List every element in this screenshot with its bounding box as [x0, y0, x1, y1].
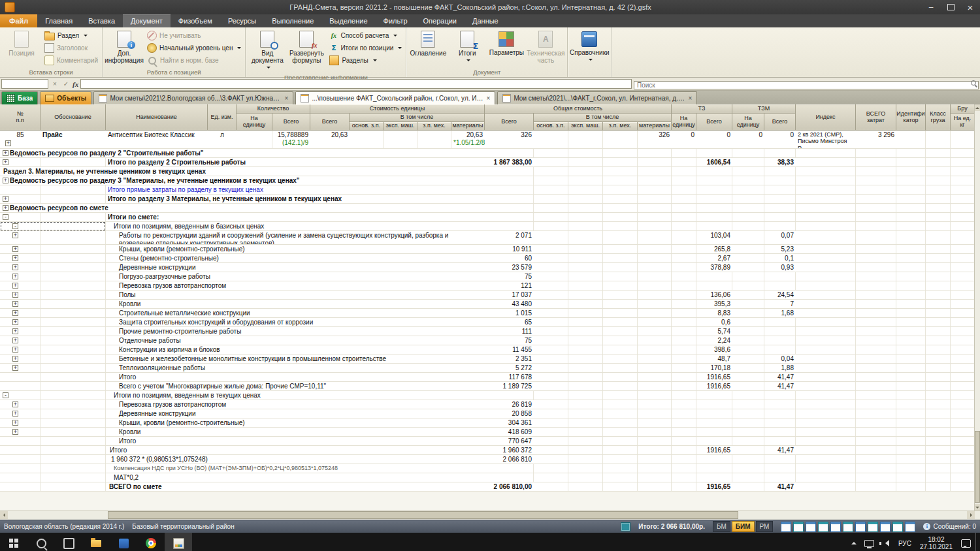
cell[interactable]: Стены (ремонтно-строительные)	[106, 254, 485, 262]
scroll-left-icon[interactable]	[0, 511, 8, 519]
cell[interactable]: 75	[485, 336, 534, 345]
collapse-icon[interactable]: -	[3, 214, 8, 220]
expand-icon[interactable]: +	[12, 319, 18, 325]
cell[interactable]: ВСЕГО по смете	[106, 482, 485, 491]
cell[interactable]: Погрузо-разгрузочные работы	[106, 272, 485, 281]
section-button[interactable]: Раздел	[44, 31, 99, 40]
statusbar-tool-icon[interactable]	[855, 522, 866, 532]
cell[interactable]: Итого прямые затраты по разделу в текущи…	[106, 185, 485, 194]
sections-button[interactable]: Разделы	[329, 55, 402, 65]
table-row[interactable]: Кровли43 480395,37+	[0, 300, 975, 309]
language-indicator[interactable]: РУС	[895, 533, 915, 551]
table-row[interactable]: Деревянные конструкции23 579378,890,93+	[0, 263, 975, 272]
cell[interactable]: 15,788889(142.1)/9	[272, 131, 310, 148]
cell[interactable]: Компенсация НДС при УСНо (ВО) (МАТ+(ЭМ-З…	[106, 464, 485, 473]
cell[interactable]: 1,88	[764, 364, 796, 372]
close-tab-icon[interactable]: ×	[689, 95, 693, 102]
menu-tab-phys-volume[interactable]: Физобъем	[171, 14, 220, 27]
table-row[interactable]: Итоги по позициям, введенным в базисных …	[0, 222, 975, 231]
table-row[interactable]: Работы по реконструкции зданий и сооруже…	[0, 231, 975, 245]
cell[interactable]: л	[208, 131, 237, 148]
expand-icon[interactable]: +	[12, 301, 18, 307]
cell[interactable]: 65	[485, 318, 534, 326]
table-row[interactable]: Ведомость ресурсов по смете+	[0, 204, 975, 213]
file-explorer-button[interactable]	[82, 533, 110, 551]
cell[interactable]: Итоги по позициям, введенным в базисных …	[106, 222, 485, 230]
vertical-scrollbar[interactable]	[974, 104, 980, 511]
cell[interactable]: 111	[485, 327, 534, 336]
mode-button-рм[interactable]: РМ	[756, 521, 774, 532]
cell[interactable]: 378,89	[696, 263, 732, 272]
table-row[interactable]: Итого770 647	[0, 437, 975, 446]
table-row[interactable]: Отделочные работы752,24+	[0, 336, 975, 345]
cell[interactable]: Итого	[106, 373, 485, 381]
expand-icon[interactable]: +	[12, 365, 18, 371]
cancel-entry-icon[interactable]: ×	[50, 80, 59, 87]
scroll-right-icon[interactable]	[967, 511, 975, 519]
document-tab-doc3[interactable]: Мои сметы\2021\...\ФАКТ_г.Сокол, ул. Инт…	[497, 91, 697, 104]
mode-button-бм[interactable]: БМ	[713, 521, 730, 532]
expand-icon[interactable]: +	[12, 264, 18, 270]
cell[interactable]: Деревянные конструкции	[106, 409, 485, 418]
horizontal-scroll-thumb[interactable]	[108, 511, 738, 519]
cell[interactable]: 0,07	[764, 231, 796, 244]
cell[interactable]: Кровли	[106, 300, 485, 308]
cell[interactable]: 1916,65	[696, 382, 732, 390]
cell[interactable]: Перевозка грузов автотранспортом	[106, 400, 485, 409]
cell[interactable]: 1916,65	[696, 482, 732, 491]
cell[interactable]: 11 455	[485, 345, 534, 354]
cell[interactable]: Итого	[106, 437, 485, 445]
doc-view-button[interactable]: Вид документа	[248, 28, 287, 73]
tray-expand-icon[interactable]	[848, 533, 860, 551]
menu-tab-insert[interactable]: Вставка	[80, 14, 123, 27]
cell[interactable]: 136,06	[696, 291, 732, 299]
cell[interactable]: Ведомость ресурсов по смете	[0, 204, 485, 212]
cell[interactable]: МАТ*0,2	[106, 473, 485, 482]
statusbar-tool-icon[interactable]	[905, 522, 915, 532]
table-row[interactable]: ВСЕГО по смете2 066 810,001916,6541,47	[0, 482, 975, 492]
table-row[interactable]: Кровли418 609+	[0, 428, 975, 437]
expand-icon[interactable]: +	[12, 246, 18, 252]
document-tab-doc2[interactable]: ...\повышение ФАКТ_Сокольский район, г.С…	[295, 91, 495, 104]
cell[interactable]: 418 609	[485, 428, 534, 436]
cell[interactable]: 60	[485, 254, 534, 262]
cell[interactable]: 48,7	[696, 354, 732, 363]
cell[interactable]: 0	[764, 131, 796, 148]
statusbar-tool-icon[interactable]	[843, 522, 853, 532]
cell[interactable]: Крыши, кровли (ремонтно-строительные)	[106, 245, 485, 253]
expand-icon[interactable]: +	[12, 310, 18, 316]
cell[interactable]: Кровли	[106, 428, 485, 436]
statusbar-tool-icon[interactable]	[830, 522, 841, 532]
document-tab-objects[interactable]: Объекты	[40, 91, 91, 104]
cell[interactable]: Работы по реконструкции зданий и сооруже…	[106, 231, 485, 244]
cell[interactable]: 2 066 810	[485, 455, 534, 464]
cell[interactable]: 2,24	[696, 336, 732, 345]
cell[interactable]: 41,47	[764, 446, 796, 454]
cell-name-box[interactable]	[1, 79, 48, 89]
position-totals-button[interactable]: Итоги по позиции	[329, 43, 402, 53]
cell[interactable]: 1 960 372 * (0,980513*1,075248)	[106, 455, 485, 464]
statusbar-tool-icon[interactable]	[892, 522, 903, 532]
mode-button-бим[interactable]: БИМ	[732, 521, 755, 532]
tech-part-button[interactable]: Техническая часть	[526, 28, 565, 67]
cell[interactable]: 17 037	[485, 291, 534, 299]
cell[interactable]: 326	[638, 131, 672, 148]
initial-price-level-button[interactable]: Начальный уровень цен	[146, 43, 242, 53]
cell[interactable]: Прайс	[41, 131, 106, 148]
cell[interactable]: 10 911	[485, 245, 534, 253]
expand-icon[interactable]: +	[3, 178, 8, 183]
cell[interactable]: 1916,65	[696, 373, 732, 381]
table-row[interactable]: Итого по разделу 2 Строительные работы1 …	[0, 158, 975, 167]
references-button[interactable]: Справочники	[570, 28, 609, 67]
table-row[interactable]: Деревянные конструкции20 858+	[0, 409, 975, 418]
expand-icon[interactable]: +	[3, 196, 8, 202]
table-row[interactable]: 85ПрайсАнтисептик Биотекс Классикл15,788…	[0, 131, 975, 149]
cell[interactable]: 121	[485, 281, 534, 290]
cell[interactable]: Перевозка грузов автотранспортом	[106, 281, 485, 290]
show-desktop-button[interactable]	[975, 533, 979, 551]
cell[interactable]: 770 647	[485, 437, 534, 445]
toc-button[interactable]: Оглавление	[408, 28, 448, 67]
table-row[interactable]: Всего с учетом "Многоквартирные жилые до…	[0, 382, 975, 391]
cell[interactable]: 41,47	[764, 482, 796, 491]
tray-volume-icon[interactable]	[879, 533, 894, 551]
